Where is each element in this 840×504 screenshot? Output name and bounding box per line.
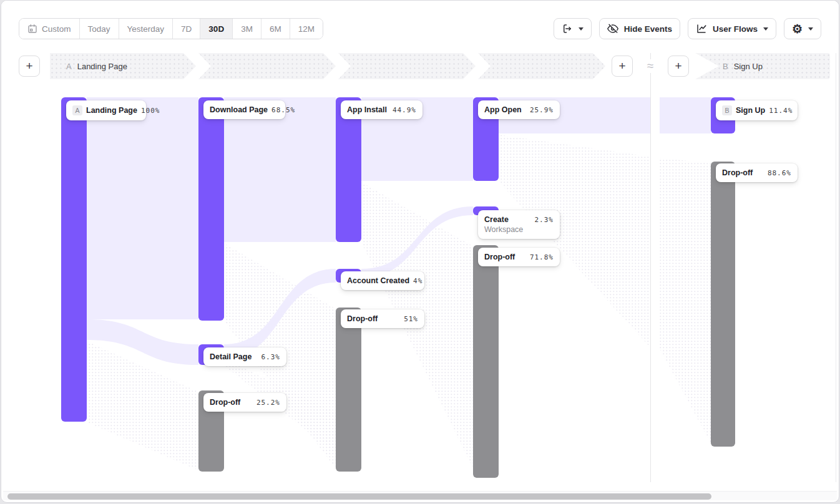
node-name: App Install [347,105,387,114]
node-value: 6.3% [261,353,281,361]
node-label-dropB[interactable]: Drop-off88.6% [716,163,798,182]
flow-account-createws [361,206,473,278]
node-value: 2.3% [535,216,554,224]
right-edge-divider [836,53,836,482]
caret-down-icon [808,27,813,31]
step-badge: A [66,62,72,71]
node-name: Landing Page [86,106,137,115]
flows-chart-icon [696,23,707,34]
eye-off-icon [607,23,618,34]
date-range-label: 12M [298,24,315,34]
node-value: 71.8% [530,253,554,261]
date-range-label: Today [88,24,110,34]
date-range-3m[interactable]: 3M [233,19,261,39]
date-range-label: 6M [270,24,281,34]
node-name: Drop-off [484,253,515,261]
node-badge: A [72,105,82,115]
step-segment-3[interactable] [338,53,476,79]
add-step-button-a[interactable]: + [612,56,633,77]
node-name: Detail Page [210,352,252,361]
caret-down-icon [579,27,584,31]
caret-down-icon [763,27,768,31]
node-label-download[interactable]: Download Page68.5% [203,100,285,119]
node-value: 25.2% [256,399,280,407]
user-flows-button[interactable]: User Flows [688,18,776,39]
hide-events-label: Hide Events [624,24,672,34]
steps-header: + A Landing Page + ≈ + B Sign Up [1,53,839,79]
dropoff-flow-signup [660,158,711,443]
node-badge: B [722,105,732,115]
add-step-button-left[interactable]: + [19,56,40,77]
node-label-drop4[interactable]: Drop-off71.8% [478,248,560,266]
node-value: 88.6% [768,169,791,177]
section-divider [650,53,651,482]
node-value: 11.4% [769,107,793,115]
hide-events-button[interactable]: Hide Events [599,18,680,39]
toolbar-right-group: Hide Events User Flows ⚙ [554,18,821,39]
date-range-custom[interactable]: Custom [19,19,80,39]
event-bar-download[interactable] [198,97,224,321]
date-range-picker: CustomTodayYesterday7D30D3M6M12M [19,18,323,39]
node-name: Drop-off [210,398,240,407]
node-name: Drop-off [347,314,378,323]
dropoff-bar-drop4[interactable] [473,245,499,478]
node-name: Download Page [210,105,268,114]
step-badge: B [723,62,728,71]
date-range-label: Yesterday [127,24,165,34]
node-label-detail[interactable]: Detail Page6.3% [203,347,286,366]
h-scrollbar[interactable] [3,491,837,500]
step-segment-b[interactable]: B Sign Up [695,53,830,79]
node-label-createws[interactable]: Create2.3%Workspace [478,210,560,239]
date-range-label: 7D [181,24,192,34]
node-value: 68.5% [271,106,295,114]
dropoff-bar-dropB[interactable] [711,162,735,447]
step-label: Landing Page [77,62,127,71]
toolbar: CustomTodayYesterday7D30D3M6M12M [1,1,839,48]
date-range-6m[interactable]: 6M [261,19,290,39]
date-range-today[interactable]: Today [80,19,119,39]
node-label-appopen[interactable]: App Open25.9% [478,100,560,119]
node-label-appinstall[interactable]: App Install44.9% [341,100,422,119]
export-icon [562,23,573,34]
calendar-icon [27,24,37,34]
node-name: Sign Up [736,106,765,115]
flow-landing-detail [87,319,198,365]
event-bar-landing[interactable] [61,97,87,422]
date-range-12m[interactable]: 12M [290,19,323,39]
node-name: Drop-off [722,168,753,177]
node-name: Account Created [347,276,409,285]
date-range-yesterday[interactable]: Yesterday [119,19,173,39]
step-label: Sign Up [734,62,763,71]
node-label-account[interactable]: Account Created4% [341,271,424,290]
node-label-drop2[interactable]: Drop-off25.2% [203,393,286,412]
date-range-7d[interactable]: 7D [173,19,200,39]
dropoff-flow-appopen [499,135,650,347]
node-value: 25.9% [530,106,554,114]
flow-landing-download [87,97,198,319]
user-flows-label: User Flows [713,24,758,34]
sequence-gap-symbol: ≈ [643,59,657,73]
flow-detail-account [224,269,336,358]
dropoff-bar-drop3[interactable] [336,308,361,472]
node-value: 100% [141,107,160,115]
node-name-line2: Workspace [484,225,523,234]
date-range-label: 30D [208,24,224,34]
step-segment-a[interactable]: A Landing Page [50,53,196,79]
node-value: 44.9% [393,106,416,114]
node-name: Create [484,215,509,224]
node-label-signup[interactable]: BSign Up11.4% [716,100,798,120]
add-step-button-b[interactable]: + [668,56,689,77]
node-value: 51% [404,315,418,323]
date-range-label: Custom [42,24,71,34]
step-segment-4[interactable] [478,53,605,79]
settings-button[interactable]: ⚙ [784,18,821,39]
date-range-30d[interactable]: 30D [200,19,233,39]
h-scrollbar-thumb[interactable] [7,493,711,500]
dropoff-flow-landing [87,341,198,470]
node-value: 4% [413,277,422,285]
step-segment-2[interactable] [198,53,336,79]
export-button[interactable] [554,18,592,39]
node-label-landing[interactable]: ALanding Page100% [66,100,146,120]
gear-icon: ⚙ [792,23,803,35]
node-label-drop3[interactable]: Drop-off51% [341,309,424,328]
